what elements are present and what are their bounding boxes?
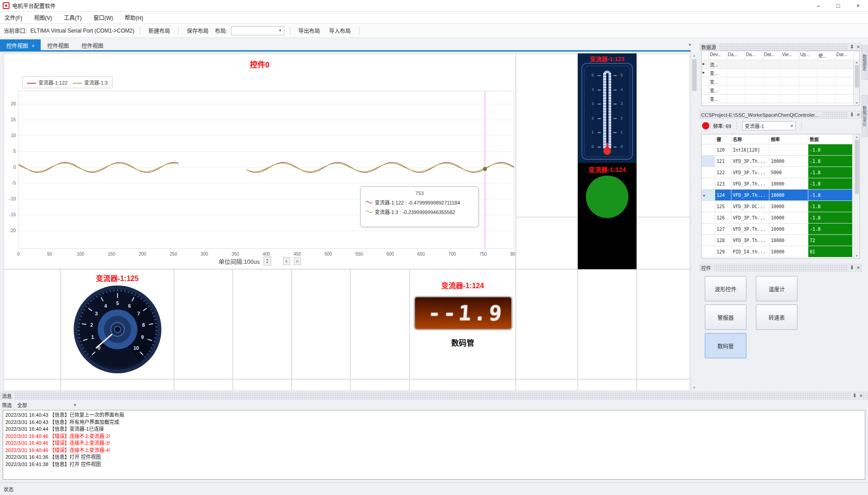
datasource-column-header[interactable]: Up... <box>799 51 817 60</box>
control-button-3[interactable]: 警报器 <box>705 305 746 330</box>
unit-interval-stepper[interactable]: ▲▼ <box>264 257 271 266</box>
scroll-down-icon[interactable]: ▼ <box>691 386 697 389</box>
close-panel-icon[interactable]: × <box>857 265 860 271</box>
tab-control-view-3[interactable]: 控件视图 <box>75 39 109 52</box>
register-row[interactable]: ▸124VFD_3P.Th...10000-1.8 <box>702 190 859 201</box>
row-expander-icon[interactable] <box>702 86 709 94</box>
register-gutter <box>702 156 715 167</box>
sevenseg-label: 数码管 <box>410 337 515 348</box>
scroll-down-icon[interactable]: ▼ <box>854 101 859 105</box>
import-layout-button[interactable]: 导入布局 <box>326 25 354 36</box>
tab-overflow-icon[interactable]: ▼ <box>688 43 692 47</box>
control-button-1[interactable]: 波形控件 <box>705 276 746 301</box>
scroll-up-icon[interactable]: ▲ <box>854 135 859 138</box>
close-button[interactable]: × <box>848 0 868 11</box>
control-button-5[interactable]: 数码管 <box>705 333 746 358</box>
menu-tools[interactable]: 工具(T) <box>64 14 81 21</box>
datasource-column-header[interactable]: Da... <box>727 51 745 60</box>
minimize-button[interactable]: – <box>808 0 828 11</box>
close-panel-icon[interactable]: × <box>857 44 860 50</box>
pin-icon[interactable] <box>850 45 854 49</box>
side-tab-2[interactable]: 数据记录仪 <box>862 95 868 137</box>
toolbar-separator <box>178 27 179 35</box>
datasource-row[interactable]: 变... <box>702 86 859 95</box>
datasource-table[interactable]: Dev...Da...Da...Dat...Vie...Up...使...Dat… <box>701 51 860 106</box>
thermo-tick <box>598 90 601 90</box>
register-row[interactable]: 126VFD_3P.Th...10000-1.8 <box>702 212 859 224</box>
register-row[interactable]: 125VFD_3P.DC...10000-1.8 <box>702 201 859 212</box>
row-expander-icon[interactable]: ▸ <box>702 69 709 77</box>
register-row[interactable]: 128VFD_3P.Th...1000072 <box>702 235 859 246</box>
control-button-2[interactable]: 温度计 <box>756 276 797 301</box>
register-row[interactable]: 122VFD_3P.Tv...5000-1.8 <box>702 167 859 178</box>
datasource-cell <box>727 69 745 77</box>
datasource-row[interactable]: 变... <box>702 95 859 103</box>
register-column-header[interactable]: 频率 <box>769 134 808 144</box>
log-output[interactable]: 2022/3/31 16:40:43 【信息】已恢复上一次的界面布局2022/3… <box>3 410 865 480</box>
scroll-left-button[interactable]: < <box>283 257 290 265</box>
pin-icon[interactable] <box>850 266 854 270</box>
datasource-column-header[interactable]: 使... <box>817 51 835 60</box>
datasource-column-header[interactable]: Vie... <box>781 51 799 60</box>
register-scrollbar[interactable]: ▲ ▼ <box>854 134 859 258</box>
register-row[interactable]: 129PID_I4.th...1000081 <box>702 246 859 257</box>
alarm-widget[interactable]: 变流器-1:124 <box>578 163 637 269</box>
filter-combobox[interactable]: 全部 ▼ <box>15 400 79 409</box>
gauge-widget[interactable]: 变流器-1:125 012345678910 <box>61 269 174 379</box>
sevenseg-widget[interactable]: 变流器-1:124 --1.9 数码管 <box>410 269 516 379</box>
register-table[interactable]: 键名称频率数据 120Int16[120]-1.8121VFD_3P.Th...… <box>701 134 860 259</box>
datasource-column-header[interactable]: Da... <box>745 51 763 60</box>
menu-window[interactable]: 窗口(W) <box>94 14 113 21</box>
datasource-column-header[interactable]: Dev... <box>709 51 727 60</box>
row-expander-icon[interactable]: ▸ <box>702 60 709 68</box>
scroll-up-icon[interactable]: ▲ <box>691 54 697 57</box>
register-row[interactable]: 121VFD_3P.Th...10000-1.8 <box>702 156 859 167</box>
row-expander-icon[interactable] <box>702 77 709 86</box>
pin-icon[interactable] <box>850 113 854 117</box>
menu-file[interactable]: 文件(F) <box>5 14 22 21</box>
tab-control-view-2[interactable]: 控件视图 <box>41 39 75 52</box>
register-row[interactable]: 120Int16[120]-1.8 <box>702 144 859 156</box>
register-column-header[interactable]: 名称 <box>731 134 769 144</box>
grid-cell <box>350 379 410 391</box>
scroll-right-button[interactable]: > <box>294 257 301 265</box>
device-combobox[interactable]: 变流器-1 ▼ <box>742 121 796 130</box>
register-row[interactable]: 127VFD_3P.Th...10000-1.8 <box>702 224 859 235</box>
register-row[interactable]: 123VFD_3P.Th...10000-1.8 <box>702 178 859 190</box>
close-panel-icon[interactable]: × <box>857 112 860 118</box>
grid-cell <box>516 269 578 379</box>
scroll-down-icon[interactable]: ▼ <box>854 254 859 257</box>
close-panel-icon[interactable]: × <box>859 393 863 399</box>
scroll-up-icon[interactable]: ▲ <box>854 61 859 64</box>
datasource-scrollbar[interactable]: ▲ ▼ <box>854 60 859 105</box>
scrollbar-thumb[interactable] <box>855 140 859 194</box>
pin-icon[interactable] <box>853 394 857 398</box>
log-line: 2022/3/31 16:40:46 【错误】连接不上变流器-2! <box>5 433 863 440</box>
export-layout-button[interactable]: 导出布局 <box>296 25 323 36</box>
register-column-header[interactable]: 键 <box>715 134 731 144</box>
layout-combobox[interactable]: ▼ <box>231 26 284 35</box>
spin-up-icon[interactable]: ▲ <box>266 258 269 261</box>
thermometer-widget[interactable]: 变流器-1:123 554433221100 <box>578 53 637 163</box>
scrollbar-thumb[interactable] <box>855 65 859 88</box>
tab-close-icon[interactable]: × <box>32 43 34 48</box>
save-layout-button[interactable]: 保存布局 <box>184 25 211 36</box>
main-scrollbar[interactable]: ▲ ▼ <box>691 53 697 390</box>
menu-help[interactable]: 帮助(H) <box>125 14 143 21</box>
datasource-row[interactable]: ▸变... <box>702 69 859 77</box>
datasource-row[interactable]: 变... <box>702 77 859 86</box>
register-column-header[interactable]: 数据 <box>808 134 853 144</box>
spin-down-icon[interactable]: ▼ <box>266 261 269 264</box>
row-expander-icon[interactable] <box>702 95 709 103</box>
scrollbar-thumb[interactable] <box>692 59 697 91</box>
menu-view[interactable]: 视图(V) <box>34 14 52 21</box>
datasource-column-header[interactable]: Dat... <box>835 51 854 60</box>
tab-control-view-1[interactable]: 控件视图 × <box>0 39 41 52</box>
new-layout-button[interactable]: 新建布局 <box>146 25 173 36</box>
side-tab-1[interactable]: 数据绑定 <box>862 45 868 80</box>
waveform-chart[interactable]: 控件0 变流器-1:122 变流器-1:3 -20-15-10-50510152… <box>4 53 516 269</box>
datasource-row[interactable]: ▸流... <box>702 60 859 69</box>
control-button-4[interactable]: 转速表 <box>756 305 797 330</box>
datasource-column-header[interactable]: Dat... <box>763 51 781 60</box>
maximize-button[interactable]: □ <box>828 0 848 11</box>
